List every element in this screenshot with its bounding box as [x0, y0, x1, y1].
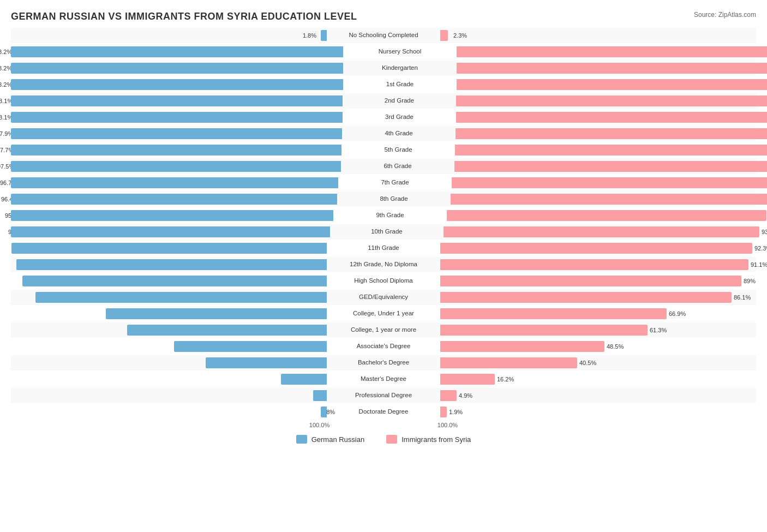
left-section: 94.4%	[11, 224, 332, 240]
bar-blue	[11, 210, 333, 221]
label-center: Professional Degree	[329, 392, 438, 399]
bar-pink	[444, 226, 759, 237]
source-text: Source: ZipAtlas.com	[694, 11, 756, 19]
bar-pink	[440, 259, 748, 270]
bar-blue	[11, 46, 343, 57]
right-section: 96.7%	[452, 159, 767, 174]
right-section: 92.3%	[438, 241, 756, 256]
bar-row: 1.8% No Schooling Completed 2.3%	[11, 28, 756, 43]
bar-row: 35.8% Bachelor's Degree 40.5%	[11, 355, 756, 370]
right-section: 97.1%	[453, 142, 767, 158]
right-section: 97.5%	[454, 110, 767, 125]
bar-row: 98.2% Nursery School 97.7%	[11, 44, 756, 59]
bar-pink	[456, 112, 767, 123]
bar-row: 94.4% 10th Grade 93.4%	[11, 224, 756, 240]
bar-pink	[455, 145, 767, 156]
label-center: Nursery School	[345, 48, 454, 56]
bar-blue	[11, 177, 338, 188]
right-section: 2.3%	[438, 28, 756, 43]
left-section: 98.1%	[11, 93, 345, 109]
label-center: Associate's Degree	[329, 343, 438, 350]
label-center: High School Diploma	[329, 277, 438, 285]
label-center: 9th Grade	[335, 212, 445, 219]
left-section: 97.7%	[11, 142, 344, 158]
bar-blue	[11, 194, 337, 205]
left-section: 96.4%	[11, 192, 339, 207]
label-center: 5th Grade	[344, 146, 453, 154]
bar-row: 97.7% 5th Grade 97.1%	[11, 142, 756, 158]
bar-row: 97.9% 4th Grade 97.2%	[11, 126, 756, 141]
bar-pink	[440, 243, 752, 254]
right-section: 40.5%	[438, 355, 756, 370]
label-center: 8th Grade	[339, 195, 448, 203]
bar-blue	[11, 145, 341, 156]
label-center: 7th Grade	[340, 179, 450, 187]
left-section: 1.8%	[11, 404, 329, 420]
left-section: 45.1%	[11, 339, 329, 354]
bar-blue	[11, 226, 330, 237]
right-section: 95.7%	[450, 175, 767, 190]
label-center: 1st Grade	[345, 81, 454, 88]
bar-blue	[321, 407, 327, 417]
bar-row: 98.2% Kindergarten 97.7%	[11, 61, 756, 76]
axis-mid	[332, 422, 435, 428]
bar-pink	[440, 308, 667, 319]
bar-row: 91.8% 12th Grade, No Diploma 91.1%	[11, 257, 756, 272]
bar-row: 97.5% 6th Grade 96.7%	[11, 159, 756, 174]
bar-pink	[457, 63, 767, 74]
legend-item-left: German Russian	[296, 435, 365, 444]
bar-row: 65.4% College, Under 1 year 66.9%	[11, 306, 756, 321]
left-section: 86.2%	[11, 290, 329, 305]
bar-blue	[11, 161, 341, 172]
bar-row: 95.4% 9th Grade 94.5%	[11, 208, 756, 223]
label-center: 12th Grade, No Diploma	[329, 261, 438, 268]
right-section: 97.2%	[453, 126, 767, 141]
left-section: 93.3%	[11, 241, 329, 256]
chart-area: 1.8% No Schooling Completed 2.3% 98.2% N…	[11, 28, 756, 420]
label-center: 4th Grade	[344, 130, 453, 138]
left-section: 13.5%	[11, 372, 329, 387]
left-section: 4%	[11, 388, 329, 403]
bar-pink	[440, 341, 604, 352]
legend: German Russian Immigrants from Syria	[11, 435, 756, 444]
bar-blue	[11, 243, 327, 254]
bar-pink	[440, 276, 741, 286]
bar-row: 90% High School Diploma 89%	[11, 273, 756, 289]
bar-pink	[456, 95, 767, 106]
bar-pink	[456, 128, 767, 139]
bar-blue	[11, 112, 343, 123]
bar-blue	[106, 308, 327, 319]
right-section: 97.7%	[454, 77, 767, 92]
bar-blue	[11, 128, 342, 139]
bar-row: 1.8% Doctorate Degree 1.9%	[11, 404, 756, 420]
legend-color-right	[386, 435, 397, 444]
bar-blue	[11, 63, 343, 74]
bar-pink	[440, 407, 447, 417]
legend-item-right: Immigrants from Syria	[386, 435, 471, 444]
label-center: 10th Grade	[332, 228, 441, 236]
bar-blue	[127, 325, 327, 336]
chart-container: GERMAN RUSSIAN VS IMMIGRANTS FROM SYRIA …	[11, 11, 756, 444]
right-section: 97.7%	[454, 61, 767, 76]
right-section: 16.2%	[438, 372, 756, 387]
bar-blue	[16, 259, 327, 270]
bar-blue	[11, 79, 343, 90]
left-section: 98.1%	[11, 110, 345, 125]
left-section: 59.1%	[11, 322, 329, 338]
bar-row: 45.1% Associate's Degree 48.5%	[11, 339, 756, 354]
bar-blue	[313, 390, 327, 401]
left-section: 35.8%	[11, 355, 329, 370]
bar-blue	[35, 292, 327, 303]
bar-row: 93.3% 11th Grade 92.3%	[11, 241, 756, 256]
label-center: Kindergarten	[345, 64, 454, 72]
label-center: 3rd Grade	[345, 113, 454, 121]
bar-pink	[447, 210, 766, 221]
legend-label-left: German Russian	[311, 435, 365, 444]
bar-blue	[22, 276, 327, 286]
bar-row: 96.7% 7th Grade 95.7%	[11, 175, 756, 190]
axis-left: 100.0%	[11, 422, 332, 428]
left-section: 90%	[11, 273, 329, 289]
bar-row: 98.1% 2nd Grade 97.6%	[11, 93, 756, 109]
right-section: 97.6%	[454, 93, 767, 109]
label-center: 2nd Grade	[345, 97, 454, 105]
